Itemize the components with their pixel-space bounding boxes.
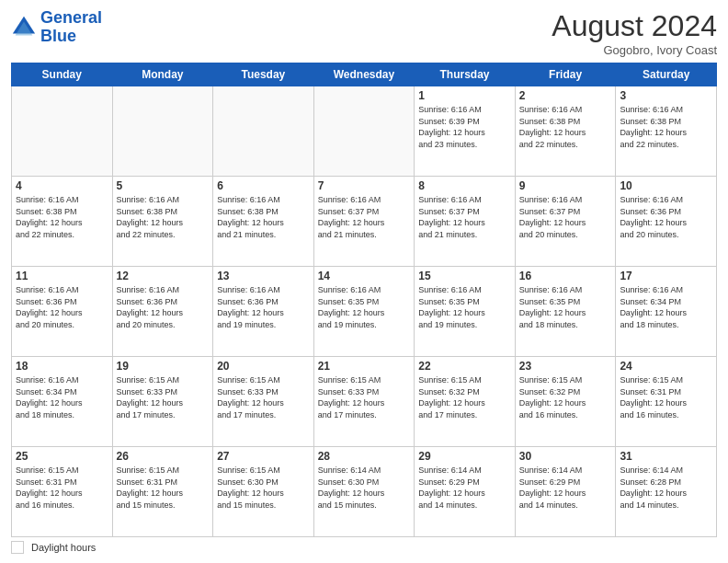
logo: General Blue bbox=[11, 9, 102, 46]
calendar-cell bbox=[313, 86, 415, 177]
day-number: 19 bbox=[117, 360, 210, 373]
day-number: 13 bbox=[217, 270, 310, 282]
calendar-cell: 15Sunrise: 6:16 AM Sunset: 6:35 PM Dayli… bbox=[415, 267, 516, 357]
calendar-week-row: 4Sunrise: 6:16 AM Sunset: 6:38 PM Daylig… bbox=[12, 177, 717, 267]
calendar-cell: 2Sunrise: 6:16 AM Sunset: 6:38 PM Daylig… bbox=[515, 86, 616, 177]
day-info: Sunrise: 6:16 AM Sunset: 6:39 PM Dayligh… bbox=[418, 104, 511, 150]
day-number: 18 bbox=[16, 360, 108, 373]
day-number: 2 bbox=[519, 89, 612, 102]
calendar-cell: 10Sunrise: 6:16 AM Sunset: 6:36 PM Dayli… bbox=[616, 177, 717, 267]
day-number: 5 bbox=[117, 179, 210, 192]
calendar-cell: 1Sunrise: 6:16 AM Sunset: 6:39 PM Daylig… bbox=[415, 86, 516, 177]
calendar-day-header: Saturday bbox=[616, 63, 717, 86]
day-number: 24 bbox=[620, 360, 712, 373]
day-number: 15 bbox=[418, 270, 511, 282]
logo-icon bbox=[11, 15, 37, 40]
day-number: 1 bbox=[418, 89, 511, 102]
day-number: 14 bbox=[318, 270, 411, 282]
calendar-cell: 18Sunrise: 6:16 AM Sunset: 6:34 PM Dayli… bbox=[12, 357, 113, 447]
footer: Daylight hours bbox=[11, 541, 717, 554]
day-info: Sunrise: 6:14 AM Sunset: 6:30 PM Dayligh… bbox=[318, 465, 411, 511]
calendar-cell: 25Sunrise: 6:15 AM Sunset: 6:31 PM Dayli… bbox=[12, 447, 113, 537]
day-info: Sunrise: 6:15 AM Sunset: 6:32 PM Dayligh… bbox=[519, 374, 612, 420]
month-title: August 2024 bbox=[552, 9, 717, 43]
day-info: Sunrise: 6:15 AM Sunset: 6:32 PM Dayligh… bbox=[418, 374, 511, 420]
calendar-cell: 19Sunrise: 6:15 AM Sunset: 6:33 PM Dayli… bbox=[112, 357, 213, 447]
day-info: Sunrise: 6:16 AM Sunset: 6:34 PM Dayligh… bbox=[620, 284, 712, 330]
calendar-cell: 30Sunrise: 6:14 AM Sunset: 6:29 PM Dayli… bbox=[515, 447, 616, 537]
calendar-cell: 23Sunrise: 6:15 AM Sunset: 6:32 PM Dayli… bbox=[515, 357, 616, 447]
location-subtitle: Gogobro, Ivory Coast bbox=[552, 43, 717, 57]
day-info: Sunrise: 6:16 AM Sunset: 6:37 PM Dayligh… bbox=[519, 194, 612, 240]
logo-text: General Blue bbox=[40, 9, 102, 46]
calendar-cell: 31Sunrise: 6:14 AM Sunset: 6:28 PM Dayli… bbox=[616, 447, 717, 537]
day-info: Sunrise: 6:16 AM Sunset: 6:38 PM Dayligh… bbox=[519, 104, 612, 150]
calendar-cell: 14Sunrise: 6:16 AM Sunset: 6:35 PM Dayli… bbox=[313, 267, 415, 357]
calendar-day-header: Tuesday bbox=[213, 63, 314, 86]
calendar-cell: 16Sunrise: 6:16 AM Sunset: 6:35 PM Dayli… bbox=[515, 267, 616, 357]
day-info: Sunrise: 6:16 AM Sunset: 6:37 PM Dayligh… bbox=[418, 194, 511, 240]
day-info: Sunrise: 6:16 AM Sunset: 6:35 PM Dayligh… bbox=[418, 284, 511, 330]
day-number: 6 bbox=[217, 179, 310, 192]
calendar-cell: 9Sunrise: 6:16 AM Sunset: 6:37 PM Daylig… bbox=[515, 177, 616, 267]
day-info: Sunrise: 6:16 AM Sunset: 6:38 PM Dayligh… bbox=[620, 104, 712, 150]
calendar-cell: 26Sunrise: 6:15 AM Sunset: 6:31 PM Dayli… bbox=[112, 447, 213, 537]
day-info: Sunrise: 6:16 AM Sunset: 6:36 PM Dayligh… bbox=[620, 194, 712, 240]
day-info: Sunrise: 6:15 AM Sunset: 6:30 PM Dayligh… bbox=[217, 465, 310, 511]
day-number: 25 bbox=[16, 450, 108, 463]
calendar-cell: 28Sunrise: 6:14 AM Sunset: 6:30 PM Dayli… bbox=[313, 447, 415, 537]
header: General Blue August 2024 Gogobro, Ivory … bbox=[11, 9, 717, 57]
day-info: Sunrise: 6:15 AM Sunset: 6:31 PM Dayligh… bbox=[117, 465, 210, 511]
day-info: Sunrise: 6:14 AM Sunset: 6:29 PM Dayligh… bbox=[418, 465, 511, 511]
day-info: Sunrise: 6:16 AM Sunset: 6:36 PM Dayligh… bbox=[117, 284, 210, 330]
day-number: 23 bbox=[519, 360, 612, 373]
day-number: 28 bbox=[318, 450, 411, 463]
day-info: Sunrise: 6:14 AM Sunset: 6:29 PM Dayligh… bbox=[519, 465, 612, 511]
calendar-week-row: 11Sunrise: 6:16 AM Sunset: 6:36 PM Dayli… bbox=[12, 267, 717, 357]
day-number: 4 bbox=[16, 179, 108, 192]
day-number: 30 bbox=[519, 450, 612, 463]
calendar-day-header: Thursday bbox=[415, 63, 516, 86]
day-number: 31 bbox=[620, 450, 712, 463]
calendar-cell bbox=[12, 86, 113, 177]
calendar-cell: 11Sunrise: 6:16 AM Sunset: 6:36 PM Dayli… bbox=[12, 267, 113, 357]
calendar-cell: 24Sunrise: 6:15 AM Sunset: 6:31 PM Dayli… bbox=[616, 357, 717, 447]
calendar-cell: 13Sunrise: 6:16 AM Sunset: 6:36 PM Dayli… bbox=[213, 267, 314, 357]
calendar-cell: 27Sunrise: 6:15 AM Sunset: 6:30 PM Dayli… bbox=[213, 447, 314, 537]
day-number: 10 bbox=[620, 179, 712, 192]
day-info: Sunrise: 6:15 AM Sunset: 6:33 PM Dayligh… bbox=[217, 374, 310, 420]
daylight-label: Daylight hours bbox=[31, 542, 96, 553]
day-number: 29 bbox=[418, 450, 511, 463]
calendar-cell: 17Sunrise: 6:16 AM Sunset: 6:34 PM Dayli… bbox=[616, 267, 717, 357]
day-number: 20 bbox=[217, 360, 310, 373]
calendar-cell: 5Sunrise: 6:16 AM Sunset: 6:38 PM Daylig… bbox=[112, 177, 213, 267]
calendar-cell: 6Sunrise: 6:16 AM Sunset: 6:38 PM Daylig… bbox=[213, 177, 314, 267]
day-info: Sunrise: 6:15 AM Sunset: 6:31 PM Dayligh… bbox=[16, 465, 108, 511]
daylight-legend-box bbox=[11, 541, 24, 554]
calendar-cell: 12Sunrise: 6:16 AM Sunset: 6:36 PM Dayli… bbox=[112, 267, 213, 357]
calendar-week-row: 18Sunrise: 6:16 AM Sunset: 6:34 PM Dayli… bbox=[12, 357, 717, 447]
calendar-day-header: Sunday bbox=[12, 63, 113, 86]
calendar-cell bbox=[213, 86, 314, 177]
calendar-week-row: 1Sunrise: 6:16 AM Sunset: 6:39 PM Daylig… bbox=[12, 86, 717, 177]
calendar-day-header: Friday bbox=[515, 63, 616, 86]
title-block: August 2024 Gogobro, Ivory Coast bbox=[552, 9, 717, 57]
calendar-table: SundayMondayTuesdayWednesdayThursdayFrid… bbox=[11, 63, 717, 537]
day-number: 17 bbox=[620, 270, 712, 282]
calendar-header-row: SundayMondayTuesdayWednesdayThursdayFrid… bbox=[12, 63, 717, 86]
day-info: Sunrise: 6:16 AM Sunset: 6:38 PM Dayligh… bbox=[217, 194, 310, 240]
day-number: 7 bbox=[318, 179, 411, 192]
day-info: Sunrise: 6:15 AM Sunset: 6:33 PM Dayligh… bbox=[318, 374, 411, 420]
day-number: 26 bbox=[117, 450, 210, 463]
day-info: Sunrise: 6:14 AM Sunset: 6:28 PM Dayligh… bbox=[620, 465, 712, 511]
calendar-cell: 21Sunrise: 6:15 AM Sunset: 6:33 PM Dayli… bbox=[313, 357, 415, 447]
day-number: 21 bbox=[318, 360, 411, 373]
day-info: Sunrise: 6:15 AM Sunset: 6:31 PM Dayligh… bbox=[620, 374, 712, 420]
calendar-cell: 20Sunrise: 6:15 AM Sunset: 6:33 PM Dayli… bbox=[213, 357, 314, 447]
day-number: 22 bbox=[418, 360, 511, 373]
day-info: Sunrise: 6:16 AM Sunset: 6:34 PM Dayligh… bbox=[16, 374, 108, 420]
day-info: Sunrise: 6:16 AM Sunset: 6:36 PM Dayligh… bbox=[217, 284, 310, 330]
calendar-cell: 8Sunrise: 6:16 AM Sunset: 6:37 PM Daylig… bbox=[415, 177, 516, 267]
day-number: 8 bbox=[418, 179, 511, 192]
day-number: 12 bbox=[117, 270, 210, 282]
